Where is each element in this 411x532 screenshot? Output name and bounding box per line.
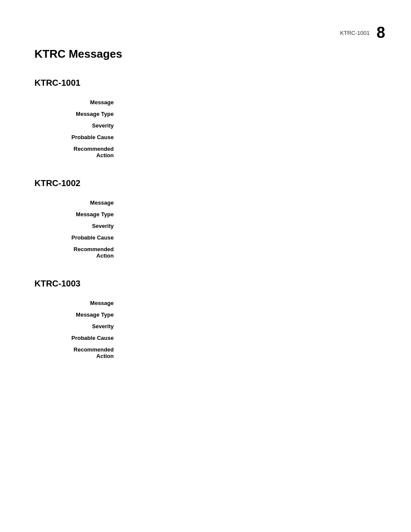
field-label-2-2: Severity [34, 320, 121, 332]
field-value-2-0 [121, 297, 385, 309]
field-value-1-2 [121, 220, 385, 232]
field-value-2-2 [121, 320, 385, 332]
field-label-2-4: RecommendedAction [34, 344, 121, 362]
header-page-number: 8 [377, 24, 385, 42]
field-table-ktrc-1001: MessageMessage TypeSeverityProbable Caus… [34, 96, 385, 161]
field-row: Message Type [34, 309, 385, 320]
field-row: RecommendedAction [34, 143, 385, 161]
field-row: Probable Cause [34, 332, 385, 344]
field-label-0-0: Message [34, 96, 121, 108]
field-label-1-1: Message Type [34, 208, 121, 220]
field-row: Message [34, 96, 385, 108]
field-value-0-4 [121, 143, 385, 161]
header-ref: KTRC-1001 [340, 30, 370, 36]
section-ktrc-1001: KTRC-1001MessageMessage TypeSeverityProb… [34, 78, 385, 161]
field-label-2-1: Message Type [34, 309, 121, 320]
field-label-1-4: RecommendedAction [34, 243, 121, 261]
field-label-0-1: Message Type [34, 108, 121, 120]
field-value-0-0 [121, 96, 385, 108]
page-title: KTRC Messages [34, 47, 385, 61]
section-ktrc-1003: KTRC-1003MessageMessage TypeSeverityProb… [34, 279, 385, 362]
main-content: KTRC Messages KTRC-1001MessageMessage Ty… [0, 0, 411, 405]
field-row: Probable Cause [34, 232, 385, 243]
field-value-2-1 [121, 309, 385, 320]
field-row: Message [34, 197, 385, 208]
section-title-ktrc-1002: KTRC-1002 [34, 178, 385, 188]
field-label-1-0: Message [34, 197, 121, 208]
field-value-1-1 [121, 208, 385, 220]
field-row: Severity [34, 320, 385, 332]
section-title-ktrc-1001: KTRC-1001 [34, 78, 385, 88]
section-ktrc-1002: KTRC-1002MessageMessage TypeSeverityProb… [34, 178, 385, 261]
field-label-0-4: RecommendedAction [34, 143, 121, 161]
field-value-0-1 [121, 108, 385, 120]
field-row: Message Type [34, 108, 385, 120]
field-value-1-4 [121, 243, 385, 261]
page-header: KTRC-1001 8 [340, 24, 385, 42]
field-value-1-0 [121, 197, 385, 208]
field-row: Severity [34, 120, 385, 131]
field-row: Severity [34, 220, 385, 232]
field-label-0-3: Probable Cause [34, 131, 121, 143]
field-row: Message Type [34, 208, 385, 220]
field-row: Probable Cause [34, 131, 385, 143]
field-value-1-3 [121, 232, 385, 243]
field-row: RecommendedAction [34, 243, 385, 261]
field-table-ktrc-1002: MessageMessage TypeSeverityProbable Caus… [34, 197, 385, 261]
field-value-0-3 [121, 131, 385, 143]
field-value-2-3 [121, 332, 385, 344]
field-label-1-3: Probable Cause [34, 232, 121, 243]
field-label-0-2: Severity [34, 120, 121, 131]
field-row: RecommendedAction [34, 344, 385, 362]
section-title-ktrc-1003: KTRC-1003 [34, 279, 385, 289]
field-label-2-3: Probable Cause [34, 332, 121, 344]
field-label-2-0: Message [34, 297, 121, 309]
field-label-1-2: Severity [34, 220, 121, 232]
field-value-2-4 [121, 344, 385, 362]
field-row: Message [34, 297, 385, 309]
sections-container: KTRC-1001MessageMessage TypeSeverityProb… [34, 78, 385, 362]
field-table-ktrc-1003: MessageMessage TypeSeverityProbable Caus… [34, 297, 385, 362]
field-value-0-2 [121, 120, 385, 131]
